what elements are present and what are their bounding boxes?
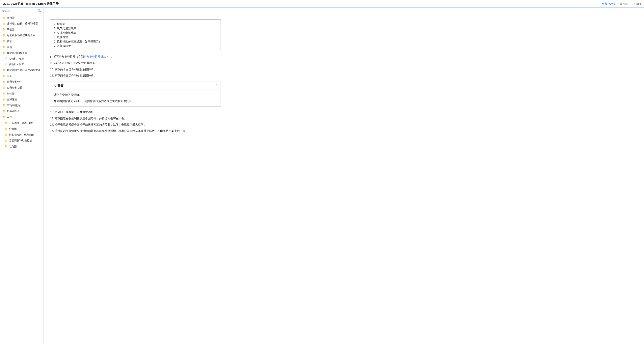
folder-icon: 📁 — [4, 133, 8, 137]
sidebar-item-engine-install[interactable]: 📄发动机 - 安装 — [0, 56, 44, 62]
warning-triangle-icon: △ — [54, 84, 56, 87]
step-item: 10. 取下两个固定件和左侧后跟护罩。 — [50, 67, 221, 72]
sidebar-item-brakes[interactable]: 📁制动器 — [0, 91, 44, 97]
folder-icon: 📁 — [2, 51, 6, 55]
sidebar-item-label: 拆卸和安装 - 电气组件 — [9, 133, 34, 137]
folder-icon: 📁 — [4, 127, 8, 131]
sidebar-item-frame-body[interactable]: 📁框架和车身 — [0, 108, 44, 114]
list-item: 5. 线缆导管 — [54, 35, 217, 40]
list-item: 4. 交流发电机线束 — [54, 31, 217, 35]
sidebar-item-wheels-tires[interactable]: 📁车轮和轮胎 — [0, 103, 44, 108]
sidebar-item-clutch[interactable]: 📁离合器 — [0, 15, 44, 21]
sidebar-item-cooling[interactable]: 📁冷却 — [0, 73, 44, 79]
search-bar: 🔍 — [0, 8, 44, 14]
folder-icon: 📁 — [2, 109, 6, 113]
folder-icon: 📁 — [2, 115, 6, 119]
sidebar-item-label: 润滑 — [7, 46, 12, 49]
top-header: 2021-2025凯旋 Tiger 850 Sport 维修手册 ↻ 旋转90度… — [0, 0, 644, 8]
sidebar-item-label: 发动机拆卸和安装 — [7, 51, 28, 55]
sidebar-item-label: 传动 — [7, 40, 12, 43]
sidebar-item-label: 发动机 - 安装 — [9, 57, 24, 61]
collapse-icon: ⌃ — [215, 84, 218, 87]
sidebar-item-starter[interactable]: 📁起动机驱动和楔块离合器 — [0, 33, 44, 39]
sidebar-item-main-reducer[interactable]: 📁主减速器 — [0, 97, 44, 103]
warning-title: △ 警告 — [54, 83, 64, 88]
sidebar-item-elec-disassemble[interactable]: 📁拆卸和安装 - 电气组件 — [0, 132, 44, 138]
page-title: 2021-2025凯旋 Tiger 850 Sport 维修手册 — [3, 2, 58, 6]
step-item: 8. 拆下排气集管组件（参阅排气集管组件拆卸↗）。 — [50, 55, 221, 59]
folder-icon: 📁 — [2, 92, 6, 96]
sidebar-item-label: 分解图 — [9, 127, 17, 131]
sidebar-item-label: 电路图 — [9, 145, 17, 148]
info-box: 2. 橡皮筋3. 氧气传感器线束4. 交流发电机线束5. 线缆导管6. 换档辅助… — [50, 20, 221, 51]
sidebar: 🔍 📁离合器📁曲轴箱、曲轴、连杆和活塞📁平衡器📁起动机驱动和楔块离合器📁传动📁润… — [0, 8, 44, 344]
folder-icon: 📁 — [2, 16, 6, 20]
step-item: 14. 松开电缆锁紧螺母并松开散热器附近的调节器，以便为电缆提供最大空间。 — [50, 122, 221, 127]
sidebar-item-transmission[interactable]: 📁传动 — [0, 38, 44, 44]
nav-list: 📁离合器📁曲轴箱、曲轴、连杆和活塞📁平衡器📁起动机驱动和楔块离合器📁传动📁润滑📁… — [0, 14, 44, 150]
night-button[interactable]: ☽ 夜间 — [632, 2, 641, 6]
sidebar-item-label: 主减速器 — [7, 98, 17, 101]
folder-icon: 📁 — [2, 39, 6, 43]
list-item: 7. 冷却液软管 — [54, 44, 217, 48]
sidebar-item-label: 电气 — [7, 115, 12, 119]
steps-after-container: 12. 充分卸下摆臂轴，以释放发动机。13. 卸下固定右侧控制板的三个固定件，并… — [50, 110, 221, 133]
sidebar-item-lighting[interactable]: 📁照明调整和灯泡更换 — [0, 138, 44, 144]
folder-icon: 📁 — [4, 139, 8, 143]
sidebar-item-front-suspension[interactable]: 📁前悬架和转向 — [0, 79, 44, 85]
folder-icon: 📁 — [2, 98, 6, 102]
sidebar-item-label: 离合器 — [7, 16, 15, 20]
sidebar-item-label: 燃油和排气系统与发动机管理 — [7, 68, 40, 72]
content-area: ☰ 2. 橡皮筋3. 氧气传感器线束4. 交流发电机线束5. 线缆导管6. 换档… — [44, 8, 644, 344]
folder-icon: 📁 — [2, 80, 6, 84]
sidebar-item-crankcase[interactable]: 📁曲轴箱、曲轴、连杆和活塞 — [0, 21, 44, 27]
warning-header[interactable]: △ 警告 ⌃ — [50, 81, 220, 90]
header-actions: ↻ 旋转90度 🔒 锁定 ☽ 夜间 — [602, 2, 641, 6]
step-item: 11. 取下两个固定件和右侧后跟护罩。 — [50, 73, 221, 78]
list-item: 3. 氧气传感器线束 — [54, 27, 217, 31]
warning-box: △ 警告 ⌃ 请勿完全卸下摆臂轴。 如果将摆臂轴完全卸下，则摆臂会掉落并造成伤害… — [50, 81, 221, 107]
steps-container: 8. 拆下排气集管组件（参阅排气集管组件拆卸↗）。9. 从前链轮上拆下传动链并将… — [50, 55, 221, 78]
sidebar-item-engine-removal[interactable]: 📁发动机拆卸和安装 — [0, 50, 44, 56]
search-input[interactable] — [2, 10, 36, 13]
search-icon[interactable]: 🔍 — [38, 9, 42, 13]
lock-button[interactable]: 🔒 锁定 — [620, 2, 628, 6]
content-menu-icon[interactable]: ☰ — [50, 12, 638, 16]
sidebar-item-label: 车轮和轮胎 — [7, 104, 20, 107]
sidebar-item-circuit-diagram[interactable]: 📁电路图 — [0, 144, 44, 150]
sidebar-item-rear-suspension[interactable]: 📁后悬架和摆臂 — [0, 85, 44, 91]
sidebar-item-label: 制动器 — [7, 92, 15, 96]
step-item: 15. 通过将内部电缆接头推过驱动臂并将电缆滑出插槽，将离合器电缆从驱动臂上释放… — [50, 129, 221, 133]
sidebar-item-label: 后悬架和摆臂 — [7, 86, 22, 90]
external-link-icon: ↗ — [106, 55, 108, 59]
folder-icon: 📁 — [2, 74, 6, 78]
doc-icon: 📄 — [4, 63, 8, 66]
main-layout: 🔍 📁离合器📁曲轴箱、曲轴、连杆和活塞📁平衡器📁起动机驱动和楔块离合器📁传动📁润… — [0, 8, 644, 344]
rotate-button[interactable]: ↻ 旋转90度 — [602, 2, 616, 6]
sidebar-item-label: 发动机 - 拆卸 — [9, 63, 24, 66]
sidebar-item-balancer[interactable]: 📁平衡器 — [0, 27, 44, 33]
sidebar-item-ecm-test[interactable]: 📁一点测试 - 底盘 ECM — [0, 120, 44, 126]
info-box-list: 2. 橡皮筋3. 氧气传感器线束4. 交流发电机线束5. 线缆导管6. 换档辅助… — [54, 22, 217, 48]
folder-icon: 📁 — [2, 86, 6, 90]
warning-body: 请勿完全卸下摆臂轴。 如果将摆臂轴完全卸下，则摆臂会掉落并造成伤害或损坏摩托车。 — [50, 90, 220, 107]
moon-icon: ☽ — [632, 3, 635, 5]
sidebar-item-label: 一点测试 - 底盘 ECM — [9, 121, 33, 125]
step-item: 13. 卸下固定右侧控制板的三个固定件，并将控制板绑在一侧。 — [50, 116, 221, 121]
sidebar-item-label: 冷却 — [7, 74, 12, 78]
sidebar-item-engine-disassemble[interactable]: 📄发动机 - 拆卸 — [0, 62, 44, 67]
list-item: 6. 换档辅助传感器线束（如果已安装） — [54, 40, 217, 44]
folder-icon: 📁 — [2, 22, 6, 26]
sidebar-item-lubrication[interactable]: 📁润滑 — [0, 44, 44, 50]
sidebar-item-exploded-view[interactable]: 📁分解图 — [0, 126, 44, 132]
doc-icon: 📄 — [4, 57, 8, 61]
rotate-icon: ↻ — [602, 3, 604, 5]
list-item: 2. 橡皮筋 — [54, 22, 217, 27]
exhaust-link[interactable]: 排气集管组件拆卸↗ — [84, 55, 108, 58]
lock-icon: 🔒 — [620, 3, 622, 5]
sidebar-item-fuel-exhaust[interactable]: 📁燃油和排气系统与发动机管理 — [0, 67, 44, 73]
content-body: 2. 橡皮筋3. 氧气传感器线束4. 交流发电机线束5. 线缆导管6. 换档辅助… — [50, 20, 221, 133]
sidebar-item-electrical[interactable]: 📁电气 — [0, 114, 44, 120]
sidebar-item-label: 前悬架和转向 — [7, 80, 22, 84]
folder-icon: 📁 — [2, 68, 6, 72]
